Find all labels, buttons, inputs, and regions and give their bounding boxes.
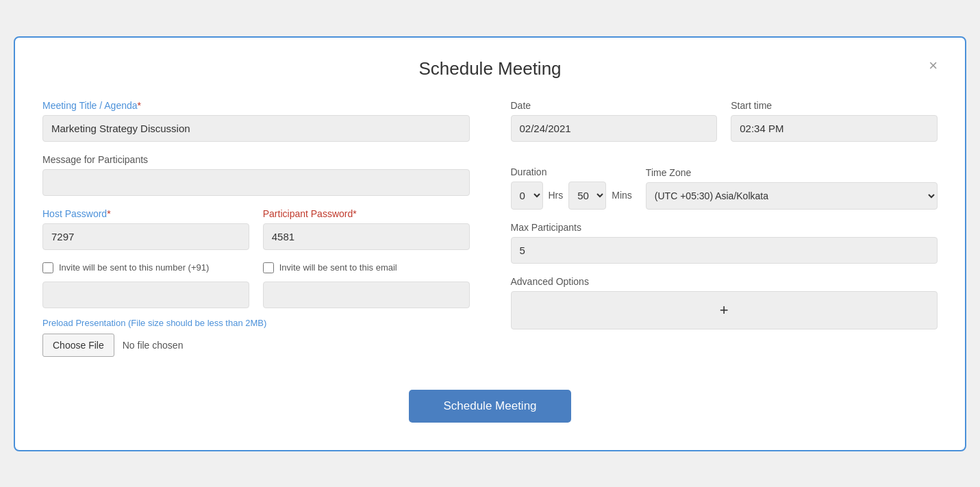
no-file-text: No file chosen — [123, 340, 184, 351]
date-time-row: Date Start time — [511, 100, 938, 154]
invite-email-col: Invite will be sent to this email — [263, 262, 470, 308]
preload-group: Preload Presentation (File size should b… — [42, 318, 470, 357]
participant-password-group: Participant Password* — [263, 208, 470, 250]
max-participants-group: Max Participants — [511, 222, 938, 264]
participant-password-label: Participant Password* — [263, 208, 470, 219]
timezone-select[interactable]: (UTC +05:30) Asia/Kolkata UTC (UTC -05:0… — [646, 182, 938, 210]
host-password-label: Host Password* — [42, 208, 249, 219]
left-column: Meeting Title / Agenda* Message for Part… — [42, 100, 470, 369]
advanced-options-group: Advanced Options + — [511, 276, 938, 329]
invite-email-checkbox[interactable] — [263, 262, 274, 273]
duration-hrs-select[interactable]: 0 1 2 3 — [511, 182, 543, 210]
right-column: Date Start time Duration 0 1 2 — [511, 100, 938, 369]
date-group: Date — [511, 100, 718, 142]
email-input[interactable] — [263, 282, 470, 308]
duration-mins-select[interactable]: 50 0 15 30 45 — [568, 182, 606, 210]
host-password-input[interactable] — [42, 223, 249, 250]
max-participants-label: Max Participants — [511, 222, 938, 233]
duration-hrs-label: Hrs — [549, 190, 564, 201]
duration-timezone-row: Duration 0 1 2 3 Hrs 50 0 15 — [511, 166, 938, 210]
invite-phone-label: Invite will be sent to this number (+91) — [59, 262, 209, 273]
phone-input[interactable] — [42, 282, 249, 308]
max-participants-input[interactable] — [511, 237, 938, 264]
modal-title: Schedule Meeting — [418, 58, 561, 79]
password-row: Host Password* Participant Password* — [42, 208, 470, 262]
host-password-group: Host Password* — [42, 208, 249, 250]
advanced-options-button[interactable]: + — [511, 291, 938, 329]
meeting-title-label: Meeting Title / Agenda* — [42, 100, 470, 111]
timezone-group: Time Zone (UTC +05:30) Asia/Kolkata UTC … — [646, 167, 938, 210]
date-input[interactable] — [511, 115, 718, 142]
schedule-meeting-button[interactable]: Schedule Meeting — [409, 390, 570, 423]
start-time-group: Start time — [731, 100, 938, 142]
invite-phone-checkbox-group: Invite will be sent to this number (+91) — [42, 262, 249, 273]
duration-label: Duration — [511, 166, 632, 177]
preload-label: Preload Presentation (File size should b… — [42, 318, 470, 328]
start-time-label: Start time — [731, 100, 938, 111]
start-time-input[interactable] — [731, 115, 938, 142]
timezone-label: Time Zone — [646, 167, 938, 178]
message-group: Message for Participants — [42, 154, 470, 196]
invite-phone-col: Invite will be sent to this number (+91) — [42, 262, 249, 308]
participant-password-input[interactable] — [263, 223, 470, 250]
duration-mins-label: Mins — [612, 190, 632, 201]
form-body: Meeting Title / Agenda* Message for Part… — [42, 100, 938, 369]
invite-phone-checkbox[interactable] — [42, 262, 53, 273]
modal-header: Schedule Meeting × — [42, 58, 938, 79]
choose-file-button[interactable]: Choose File — [42, 334, 114, 357]
invite-email-checkbox-group: Invite will be sent to this email — [263, 262, 470, 273]
message-input[interactable] — [42, 169, 470, 196]
file-input-wrapper: Choose File No file chosen — [42, 334, 470, 357]
message-label: Message for Participants — [42, 154, 470, 165]
duration-wrapper: 0 1 2 3 Hrs 50 0 15 30 45 — [511, 182, 632, 210]
date-label: Date — [511, 100, 718, 111]
invite-checkboxes-row: Invite will be sent to this number (+91)… — [42, 262, 470, 308]
advanced-options-label: Advanced Options — [511, 276, 938, 287]
duration-group: Duration 0 1 2 3 Hrs 50 0 15 — [511, 166, 632, 210]
close-button[interactable]: × — [929, 58, 938, 73]
schedule-meeting-modal: Schedule Meeting × Meeting Title / Agend… — [14, 36, 966, 451]
meeting-title-input[interactable] — [42, 115, 470, 142]
invite-email-label: Invite will be sent to this email — [279, 262, 397, 273]
footer: Schedule Meeting — [42, 390, 938, 423]
meeting-title-group: Meeting Title / Agenda* — [42, 100, 470, 142]
